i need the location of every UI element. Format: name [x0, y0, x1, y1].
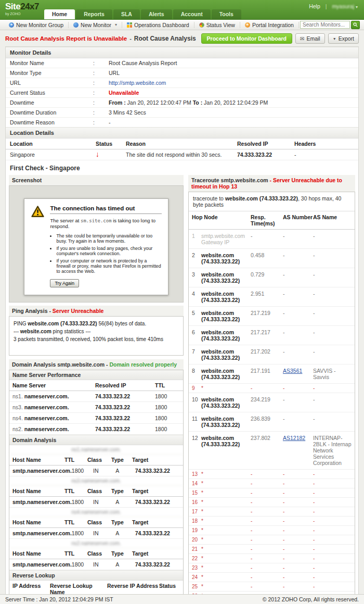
export-button[interactable]: ▼Export	[328, 33, 359, 44]
traceroute-row: 9 * - - -	[189, 384, 355, 393]
tab-sla[interactable]: SLA	[113, 9, 140, 19]
tab-alerts[interactable]: Alerts	[141, 9, 172, 19]
try-again-button[interactable]: Try Again	[50, 279, 79, 287]
domain-table-header: Host Name TTL Class Type Target	[9, 486, 183, 497]
warning-icon	[31, 205, 45, 218]
monitor-url-link[interactable]: http://smtp.website.com	[109, 80, 354, 86]
app-header: Site24x7 by ZOHO Help | myasuraj▾ Home R…	[0, 0, 364, 20]
as-name: -	[313, 518, 352, 524]
as-name: -	[313, 348, 352, 355]
as-number: -	[283, 348, 285, 355]
email-label: Email	[306, 35, 320, 42]
traceroute-row: 14 * - - -	[189, 479, 355, 488]
search-input[interactable]	[300, 21, 350, 29]
tab-home[interactable]: Home	[44, 9, 75, 19]
as-number: -	[283, 518, 284, 524]
reason-value: The site did not respond within 30 secs.	[126, 152, 237, 158]
ping-line-1: PING website.com (74.333.323.22) 56(84) …	[14, 320, 179, 328]
nameserver-blurred-label: ns3.nameserver.com.	[9, 476, 183, 486]
as-name: -	[313, 471, 352, 477]
suggestion-item: The site could be temporarily unavailabl…	[56, 233, 161, 244]
help-link[interactable]: Help	[309, 3, 320, 9]
domain-status: Domain resolved properly	[110, 361, 177, 368]
traceroute-row: 13 * - - -	[189, 470, 355, 479]
location-details-heading: Location Details	[6, 127, 358, 139]
as-number: -	[283, 565, 284, 571]
main-tabs: Home Reports SLA Alerts Account Tools	[44, 9, 241, 19]
as-number: -	[283, 416, 285, 422]
traceroute-summary: traceroute to website.com (74.333.323.22…	[189, 192, 355, 211]
new-monitor-button[interactable]: New Monitor ▾	[69, 22, 122, 28]
portal-integration-button[interactable]: + Portal Integration	[240, 22, 299, 28]
as-number: -	[283, 556, 284, 561]
as-number: -	[283, 233, 285, 239]
operations-dashboard-icon	[127, 22, 132, 28]
right-column: Traceroute smtp.website.com - Server Unr…	[188, 175, 355, 604]
domain-table-header: Host Name TTL Class Type Target	[9, 548, 183, 559]
domain-table-row: smtp.nameserver.com. 1800 IN A 74.333.32…	[9, 465, 183, 476]
location-value: Singapore	[10, 152, 96, 158]
detail-label: Downtime Duration	[10, 109, 93, 116]
proceed-to-monitor-dashboard-button[interactable]: Proceed to Monitor Dashboard	[201, 33, 292, 44]
monitor-search	[300, 21, 360, 29]
traceroute-panel: traceroute to website.com (74.333.323.22…	[188, 192, 355, 604]
status-view-button[interactable]: Status View	[194, 22, 240, 28]
traceroute-row: 20 * - - -	[189, 535, 355, 545]
downtime-reason-value: -	[109, 119, 354, 125]
as-number: -	[283, 396, 285, 402]
nameserver-row: ns3. nameserver.com. 74.333.323.22 1800	[9, 402, 183, 413]
domain-table-row: smtp.nameserver.com. 1800 IN A 74.333.32…	[9, 528, 183, 539]
app-footer: Server Time : Jan 20, 2012 12:04:29 PM I…	[0, 594, 364, 604]
detail-row-monitor-type: Monitor Type: URL	[6, 68, 358, 78]
new-monitor-label: New Monitor	[81, 22, 111, 28]
analysis-columns: Screenshot The connection has timed out …	[6, 175, 358, 604]
tab-tools[interactable]: Tools	[212, 9, 241, 19]
as-name: -	[313, 490, 352, 496]
new-monitor-group-button[interactable]: + New Monitor Group	[4, 22, 69, 28]
monitor-details-heading: Monitor Details	[6, 47, 358, 58]
export-label: Export	[339, 35, 354, 42]
detail-label: Monitor Name	[10, 60, 93, 66]
status-down-icon: ↓	[96, 152, 99, 157]
as-number: -	[283, 310, 285, 316]
detail-label: Current Status	[10, 90, 93, 96]
as-name: -	[313, 416, 352, 422]
user-menu[interactable]: myasuraj▾	[332, 3, 358, 9]
nameserver-performance-heading: Name Server Performance	[9, 370, 183, 380]
suggestion-item: If you are unable to load any pages, che…	[56, 246, 161, 256]
logo-byline: by ZOHO	[5, 12, 39, 16]
domain-table-row: smtp.nameserver.com. 1800 IN A 74.333.32…	[9, 559, 183, 570]
report-panel: Monitor Details Monitor Name: Root Cause…	[5, 46, 359, 604]
as-number: -	[283, 527, 284, 533]
search-button[interactable]	[351, 21, 360, 29]
ping-line-2: --- website.com ping statistics ---	[14, 328, 179, 335]
as-number: -	[283, 537, 284, 543]
server-time: Server Time : Jan 20, 2012 12:04:29 PM I…	[5, 596, 113, 602]
downtime-value: From : Jan 20, 2012 12:00:47 PM To : Jan…	[109, 99, 354, 106]
location-table-header: Location Status Reason Resolved IP Heade…	[6, 139, 358, 149]
email-button[interactable]: ✉Email	[295, 33, 325, 44]
monitor-name-value: Root Cause Analysis Report	[109, 60, 354, 66]
as-name: -	[313, 396, 352, 402]
status-view-label: Status View	[206, 22, 235, 28]
nameserver-table-header: Name Server Resolved IP TTL	[9, 380, 183, 391]
operations-dashboard-button[interactable]: Operations Dashboard	[122, 22, 194, 28]
traceroute-row: 25 * - - -	[189, 582, 355, 592]
traceroute-row: 21 * - - -	[189, 545, 355, 554]
traceroute-row: 10 website.com (74.333.323.22) 234.219 -…	[189, 393, 355, 412]
as-number: -	[283, 509, 284, 514]
as-number: -	[283, 584, 284, 589]
resolved-ip-value: 74.333.323.22	[237, 152, 294, 158]
tab-reports[interactable]: Reports	[76, 9, 112, 19]
ping-output: PING website.com (74.333.323.22) 56(84) …	[9, 316, 184, 356]
monitor-details: Monitor Name: Root Cause Analysis Report…	[6, 58, 358, 127]
domain-analysis-block: ns3.nameserver.com. Host Name TTL Class …	[9, 476, 183, 508]
detail-label: Downtime	[10, 99, 93, 106]
traceroute-row: 15 * - - -	[189, 488, 355, 498]
detail-row-downtime-reason: Downtime Reason: -	[6, 118, 358, 127]
as-name: -	[313, 574, 352, 580]
tab-account[interactable]: Account	[173, 9, 211, 19]
as-name: -	[313, 271, 352, 278]
chevron-down-icon: ▾	[356, 5, 358, 9]
screenshot-panel: The connection has timed out The server …	[9, 185, 184, 303]
